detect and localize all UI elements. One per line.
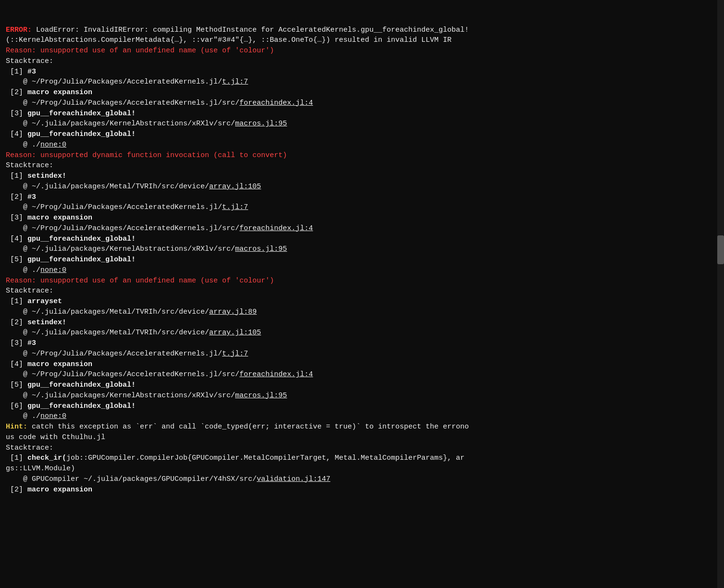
terminal-text-link-text: foreachindex.jl:4 — [239, 224, 313, 233]
terminal-text-bold-text: macro expansion — [27, 486, 92, 494]
terminal-text-bold-text: macro expansion — [27, 360, 92, 368]
terminal-text-normal-text: [4] — [6, 235, 27, 243]
terminal-line: [3] macro expansion — [6, 213, 718, 223]
terminal-line: gs::LLVM.Module) — [6, 464, 718, 474]
terminal-text-normal-text: @ ~/Prog/Julia/Packages/AcceleratedKerne… — [6, 99, 239, 107]
terminal-text-link-text: t.jl:7 — [222, 350, 248, 358]
terminal-text-normal-text: [2] — [6, 318, 27, 327]
terminal-line: @ ~/.julia/packages/Metal/TVRIh/src/devi… — [6, 307, 718, 318]
terminal-line: [2] #3 — [6, 192, 718, 203]
terminal-output: ERROR: LoadError: InvalidIRError: compil… — [6, 4, 718, 505]
terminal-text-hint-text: us code with Cthulhu.jl — [6, 433, 105, 441]
terminal-text-normal-text: [2] — [6, 193, 27, 201]
terminal-text-normal-text: @ ~/.julia/packages/Metal/TVRIh/src/devi… — [6, 308, 209, 316]
terminal-line: @ ~/Prog/Julia/Packages/AcceleratedKerne… — [6, 223, 718, 234]
terminal-line: [2] macro expansion — [6, 87, 718, 98]
terminal-line: us code with Cthulhu.jl — [6, 432, 718, 443]
terminal-text-link-text: macros.jl:95 — [235, 245, 287, 253]
terminal-line: [3] #3 — [6, 338, 718, 349]
terminal-line: @ ~/Prog/Julia/Packages/AcceleratedKerne… — [6, 202, 718, 213]
terminal-text-normal-text: [3] — [6, 214, 27, 222]
terminal-text-normal-text: @ ~/Prog/Julia/Packages/AcceleratedKerne… — [6, 350, 222, 358]
terminal-text-bold-text: setindex! — [27, 172, 66, 180]
terminal-text-normal-text: [4] — [6, 360, 27, 368]
terminal-text-bold-text: #3 — [27, 339, 36, 347]
terminal-line: [2] macro expansion — [6, 485, 718, 495]
terminal-text-normal-text: @ ~/.julia/packages/Metal/TVRIh/src/devi… — [6, 183, 209, 191]
terminal-line: [5] gpu__foreachindex_global! — [6, 255, 718, 265]
terminal-text-normal-text: [1] — [6, 68, 27, 76]
terminal-text-error-label: ERROR: — [6, 26, 36, 34]
terminal-text-reason-text: Reason: unsupported dynamic function inv… — [6, 151, 287, 159]
terminal-text-reason-text: Reason: unsupported use of an undefined … — [6, 277, 274, 285]
terminal-text-bold-text: setindex! — [27, 318, 66, 327]
terminal-text-link-text: foreachindex.jl:4 — [239, 99, 313, 107]
terminal-text-hint-label: Hint: — [6, 423, 32, 431]
terminal-line: (::KernelAbstractions.CompilerMetadata{…… — [6, 35, 718, 46]
terminal-line: @ ~/.julia/packages/KernelAbstractions/x… — [6, 244, 718, 255]
terminal-line: Reason: unsupported use of an undefined … — [6, 276, 718, 286]
terminal-line: [1] setindex! — [6, 171, 718, 182]
terminal-text-link-text: t.jl:7 — [222, 203, 248, 211]
terminal-line: @ GPUCompiler ~/.julia/packages/GPUCompi… — [6, 474, 718, 485]
terminal-line: [1] check_ir(job::GPUCompiler.CompilerJo… — [6, 453, 718, 464]
terminal-text-normal-text: @ ./ — [6, 412, 40, 420]
terminal-text-normal-text: @ ~/.julia/packages/KernelAbstractions/x… — [6, 392, 235, 400]
scrollbar-track[interactable] — [717, 0, 724, 588]
terminal-text-link-text: macros.jl:95 — [235, 392, 287, 400]
terminal-text-link-text: t.jl:7 — [222, 78, 248, 86]
terminal-text-normal-text: @ ~/Prog/Julia/Packages/AcceleratedKerne… — [6, 370, 239, 379]
terminal-line: [6] gpu__foreachindex_global! — [6, 401, 718, 412]
terminal-line: @ ./none:0 — [6, 265, 718, 276]
terminal-text-error-text: (::KernelAbstractions.CompilerMetadata{…… — [6, 36, 451, 44]
terminal-text-bold-text: gpu__foreachindex_global! — [27, 130, 136, 138]
terminal-line: @ ~/Prog/Julia/Packages/AcceleratedKerne… — [6, 98, 718, 109]
terminal-line: ERROR: LoadError: InvalidIRError: compil… — [6, 25, 718, 36]
terminal-text-normal-text: job::GPUCompiler.CompilerJob{GPUCompiler… — [66, 454, 464, 462]
terminal-line: Stacktrace: — [6, 443, 718, 453]
terminal-line: @ ~/.julia/packages/Metal/TVRIh/src/devi… — [6, 328, 718, 338]
terminal-line: @ ~/Prog/Julia/Packages/AcceleratedKerne… — [6, 77, 718, 87]
terminal-line: Stacktrace: — [6, 286, 718, 296]
terminal-line: @ ~/Prog/Julia/Packages/AcceleratedKerne… — [6, 349, 718, 359]
terminal-text-normal-text: Stacktrace: — [6, 444, 53, 452]
terminal-line: @ ~/.julia/packages/KernelAbstractions/x… — [6, 119, 718, 129]
terminal-line: @ ~/Prog/Julia/Packages/AcceleratedKerne… — [6, 369, 718, 380]
terminal-line: [4] gpu__foreachindex_global! — [6, 129, 718, 140]
terminal-text-normal-text: [2] — [6, 486, 27, 494]
terminal-text-link-text: array.jl:105 — [209, 183, 261, 191]
terminal-text-bold-text: gpu__foreachindex_global! — [27, 381, 136, 389]
terminal-line: Reason: unsupported dynamic function inv… — [6, 150, 718, 161]
terminal-text-link-text: foreachindex.jl:4 — [239, 370, 313, 379]
terminal-text-link-text: array.jl:89 — [209, 308, 257, 316]
terminal-text-error-text: LoadError: InvalidIRError: compiling Met… — [36, 26, 469, 34]
terminal-text-normal-text: [3] — [6, 339, 27, 347]
scrollbar-thumb[interactable] — [717, 235, 724, 264]
terminal-text-normal-text: [4] — [6, 130, 27, 138]
terminal-text-hint-text: catch this exception as `err` and call `… — [32, 423, 469, 431]
terminal-line: @ ~/.julia/packages/KernelAbstractions/x… — [6, 391, 718, 401]
terminal-text-normal-text: gs::LLVM.Module) — [6, 465, 75, 473]
terminal-text-bold-text: macro expansion — [27, 88, 92, 97]
terminal-line: Reason: unsupported use of an undefined … — [6, 46, 718, 56]
terminal-text-bold-text: gpu__foreachindex_global! — [27, 256, 136, 264]
terminal-line: [1] arrayset — [6, 296, 718, 307]
terminal-text-normal-text: @ ~/Prog/Julia/Packages/AcceleratedKerne… — [6, 203, 222, 211]
terminal-text-link-text: array.jl:105 — [209, 329, 261, 337]
terminal-text-normal-text: Stacktrace: — [6, 161, 53, 170]
terminal-line: [4] gpu__foreachindex_global! — [6, 234, 718, 245]
terminal-text-normal-text: [6] — [6, 402, 27, 410]
terminal-line: Stacktrace: — [6, 56, 718, 67]
terminal-line: [3] gpu__foreachindex_global! — [6, 109, 718, 119]
terminal-text-normal-text: @ ~/.julia/packages/KernelAbstractions/x… — [6, 245, 235, 253]
terminal-text-normal-text: @ ~/.julia/packages/Metal/TVRIh/src/devi… — [6, 329, 209, 337]
terminal-line: [5] gpu__foreachindex_global! — [6, 380, 718, 391]
terminal-text-bold-text: gpu__foreachindex_global! — [27, 235, 136, 243]
terminal-text-normal-text: @ ./ — [6, 266, 40, 274]
terminal-text-bold-text: macro expansion — [27, 214, 92, 222]
terminal-text-normal-text: @ ~/.julia/packages/KernelAbstractions/x… — [6, 120, 235, 128]
terminal-text-reason-text: Reason: unsupported use of an undefined … — [6, 47, 274, 55]
terminal-text-bold-text: #3 — [27, 68, 36, 76]
terminal-text-link-text: validation.jl:147 — [257, 475, 330, 483]
terminal-text-normal-text: [5] — [6, 381, 27, 389]
